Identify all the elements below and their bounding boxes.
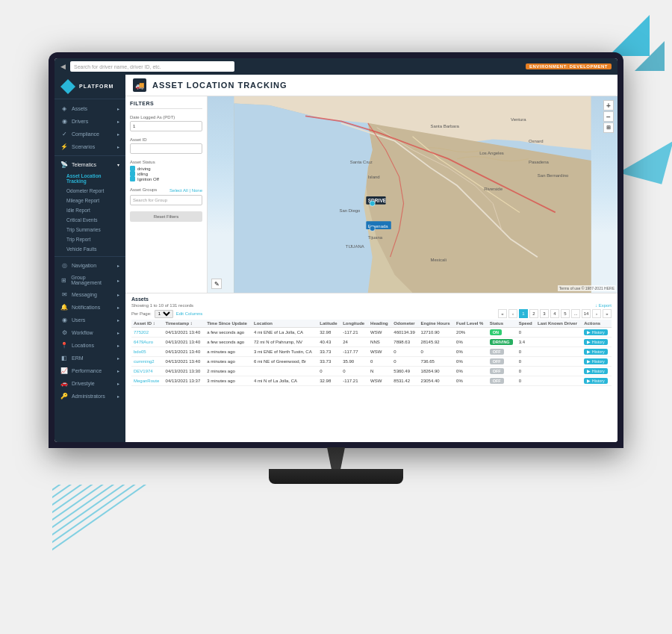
zoom-out-button[interactable]: − bbox=[603, 111, 614, 122]
cell-speed: 0 bbox=[517, 357, 535, 367]
page-5-button[interactable]: 5 bbox=[561, 309, 570, 318]
map-draw-button[interactable]: ✎ bbox=[211, 279, 222, 289]
zoom-in-button[interactable]: + bbox=[603, 100, 614, 111]
cell-asset-id[interactable]: MeganRoute bbox=[131, 376, 164, 386]
sidebar-item-group-management[interactable]: ⊞ Group Management ▸ bbox=[55, 272, 125, 288]
sidebar-item-scenarios[interactable]: ⚡ Scenarios ▸ bbox=[55, 140, 125, 153]
col-timestamp[interactable]: Timestamp ↕ bbox=[164, 320, 205, 328]
cell-actions[interactable]: ▶ History bbox=[582, 376, 612, 386]
page-14-button[interactable]: 14 bbox=[582, 309, 591, 318]
select-all-link[interactable]: Select All | None bbox=[169, 188, 202, 193]
edit-columns-button[interactable]: Edit Columns bbox=[176, 311, 203, 316]
ignition-checkbox[interactable] bbox=[130, 176, 135, 181]
sidebar-item-messaging[interactable]: ✉ Messaging ▸ bbox=[55, 288, 125, 301]
col-status[interactable]: Status bbox=[488, 320, 517, 328]
cell-asset-id[interactable]: 6479Auro bbox=[131, 338, 164, 347]
sidebar-item-vehicle-faults[interactable]: Vehicle Faults bbox=[55, 244, 125, 254]
sidebar-item-telematics[interactable]: 📡 Telematics ▾ bbox=[55, 158, 125, 171]
driving-checkbox[interactable] bbox=[130, 166, 135, 171]
cell-actions[interactable]: ▶ History bbox=[582, 338, 612, 347]
cell-actions[interactable]: ▶ History bbox=[582, 328, 612, 338]
chevron-icon: ▸ bbox=[117, 381, 119, 386]
sidebar-item-performance[interactable]: 📈 Performance ▸ bbox=[55, 364, 125, 377]
sidebar-item-idle[interactable]: Idle Report bbox=[55, 205, 125, 215]
sidebar-item-trip-report[interactable]: Trip Report bbox=[55, 234, 125, 244]
back-button[interactable]: ◀ bbox=[60, 63, 66, 70]
cell-asset-id[interactable]: DEV1974 bbox=[131, 367, 164, 376]
navigation-icon: ◎ bbox=[60, 262, 68, 269]
search-bar[interactable]: Search for driver name, driver ID, etc. bbox=[70, 61, 234, 72]
date-input[interactable]: 1 bbox=[130, 121, 202, 131]
group-select[interactable]: Search for Group bbox=[130, 195, 202, 205]
sidebar-item-mileage[interactable]: Mileage Report bbox=[55, 196, 125, 205]
cell-timestamp: 04/13/2021 13:40 bbox=[164, 338, 205, 347]
sidebar-item-critical[interactable]: Critical Events bbox=[55, 215, 125, 225]
sidebar-item-odometer[interactable]: Odometer Report bbox=[55, 186, 125, 196]
svg-text:Mexicali: Mexicali bbox=[430, 258, 447, 262]
cell-actions[interactable]: ▶ History bbox=[582, 367, 612, 376]
sidebar-item-administrators[interactable]: 🔑 Administrators ▸ bbox=[55, 390, 125, 403]
page-2-button[interactable]: 2 bbox=[529, 309, 538, 318]
cell-latitude: 0 bbox=[317, 367, 340, 376]
cell-asset-id[interactable]: bdo05 bbox=[131, 347, 164, 357]
cell-actions[interactable]: ▶ History bbox=[582, 347, 612, 357]
cell-heading: WSW bbox=[368, 376, 391, 386]
col-asset-id[interactable]: Asset ID ↕ bbox=[131, 320, 164, 328]
history-button[interactable]: ▶ History bbox=[584, 339, 608, 345]
erm-icon: ◧ bbox=[60, 355, 68, 361]
sidebar-item-navigation[interactable]: ◎ Navigation ▸ bbox=[55, 259, 125, 272]
sidebar-item-trip-summaries[interactable]: Trip Summaries bbox=[55, 225, 125, 234]
col-fuel-level[interactable]: Fuel Level % bbox=[454, 320, 488, 328]
cell-latitude: 33.73 bbox=[317, 357, 340, 367]
export-button[interactable]: ↓ Export bbox=[595, 303, 612, 308]
cell-engine-hours: 23054.40 bbox=[419, 376, 454, 386]
page-last-button[interactable]: » bbox=[603, 309, 612, 318]
idling-checkbox[interactable] bbox=[130, 171, 135, 176]
col-latitude[interactable]: Latitude bbox=[317, 320, 340, 328]
cell-engine-hours: 28145.92 bbox=[419, 338, 454, 347]
history-button[interactable]: ▶ History bbox=[584, 378, 608, 384]
col-time-since[interactable]: Time Since Update bbox=[205, 320, 252, 328]
col-speed[interactable]: Speed bbox=[517, 320, 535, 328]
per-page-select[interactable]: 10 25 50 bbox=[155, 310, 173, 318]
sidebar-item-label: Administrators bbox=[72, 394, 105, 399]
sidebar-item-erm[interactable]: ◧ ERM ▸ bbox=[55, 352, 125, 364]
history-button[interactable]: ▶ History bbox=[584, 329, 608, 335]
sidebar-item-workflow[interactable]: ⚙ Workflow ▸ bbox=[55, 326, 125, 339]
svg-text:Island: Island bbox=[368, 175, 380, 179]
map-layer-button[interactable]: ⊞ bbox=[603, 122, 614, 133]
col-engine-hours[interactable]: Engine Hours bbox=[419, 320, 454, 328]
sub-item-label: Asset Location Tracking bbox=[66, 173, 119, 184]
sidebar-item-locations[interactable]: 📍 Locations ▸ bbox=[55, 339, 125, 352]
page-1-button[interactable]: 1 bbox=[519, 309, 528, 318]
page-prev-button[interactable]: ‹ bbox=[508, 309, 517, 318]
sub-item-label: Critical Events bbox=[66, 217, 98, 223]
col-last-driver[interactable]: Last Known Driver bbox=[535, 320, 582, 328]
col-location[interactable]: Location bbox=[252, 320, 317, 328]
col-odometer[interactable]: Odometer bbox=[391, 320, 418, 328]
asset-id-input[interactable] bbox=[130, 143, 202, 154]
page-3-button[interactable]: 3 bbox=[540, 309, 549, 318]
reset-filters-button[interactable]: Reset Filters bbox=[130, 211, 202, 222]
history-button[interactable]: ▶ History bbox=[584, 358, 608, 364]
page-4-button[interactable]: 4 bbox=[550, 309, 559, 318]
sidebar-item-users[interactable]: ◉ Users ▸ bbox=[55, 314, 125, 326]
sidebar-item-label: Telematics bbox=[72, 162, 96, 167]
history-button[interactable]: ▶ History bbox=[584, 349, 608, 355]
cell-asset-id[interactable]: 775202 bbox=[131, 328, 164, 338]
sidebar-item-asset-location[interactable]: Asset Location Tracking bbox=[55, 171, 125, 186]
cell-actions[interactable]: ▶ History bbox=[582, 357, 612, 367]
history-button[interactable]: ▶ History bbox=[584, 368, 608, 374]
sidebar-item-compliance[interactable]: ✓ Compliance ▸ bbox=[55, 128, 125, 140]
cell-asset-id[interactable]: cumming2 bbox=[131, 357, 164, 367]
sidebar-item-assets[interactable]: ◈ Assets ▸ bbox=[55, 102, 125, 115]
sidebar-item-drivers[interactable]: ◉ Drivers ▸ bbox=[55, 115, 125, 128]
page-next-button[interactable]: › bbox=[592, 309, 601, 318]
sub-item-label: Odometer Report bbox=[66, 188, 104, 193]
page-first-button[interactable]: « bbox=[498, 309, 507, 318]
sidebar-item-drivestyle[interactable]: 🚗 Drivestyle ▸ bbox=[55, 377, 125, 390]
col-heading[interactable]: Heading bbox=[368, 320, 391, 328]
col-longitude[interactable]: Longitude bbox=[340, 320, 368, 328]
sidebar-item-notifications[interactable]: 🔔 Notifications ▸ bbox=[55, 301, 125, 314]
cell-timestamp: 04/13/2021 13:30 bbox=[164, 367, 205, 376]
